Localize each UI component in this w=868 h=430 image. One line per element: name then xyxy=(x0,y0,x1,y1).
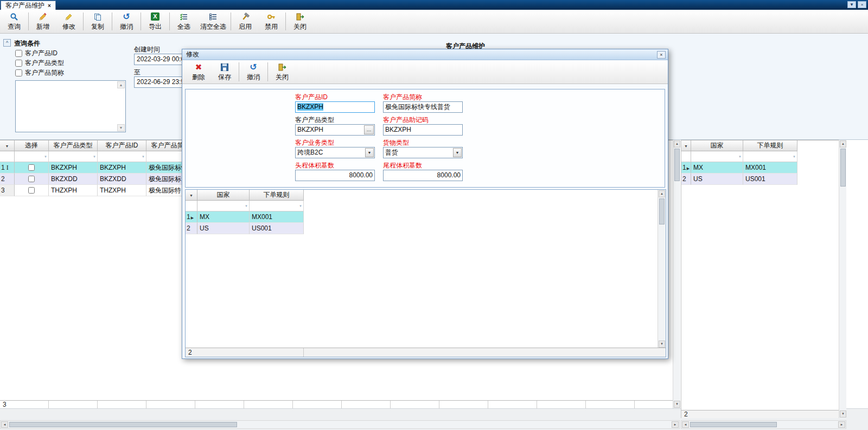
check-product-id[interactable]: 客户产品ID xyxy=(15,49,58,57)
scroll-up-icon[interactable]: ▲ xyxy=(659,190,665,197)
row-country-cell[interactable]: MX xyxy=(691,162,743,174)
close-button[interactable]: 关闭 xyxy=(287,10,313,33)
clear-selection-button[interactable]: 清空全选 xyxy=(197,10,229,33)
row-id-cell[interactable]: BKZXDD xyxy=(98,174,146,185)
tab-close-icon[interactable]: × xyxy=(48,3,51,9)
filter-rule-cell[interactable]: ▼ xyxy=(743,151,797,162)
scroll-thumb[interactable] xyxy=(9,422,237,427)
row-checkbox[interactable] xyxy=(28,187,35,194)
header-indicator-cell[interactable]: ▼ xyxy=(186,190,197,201)
add-button[interactable]: 新增 xyxy=(30,10,56,33)
save-button[interactable]: 保存 xyxy=(212,60,238,84)
scroll-thumb[interactable] xyxy=(840,149,846,187)
left-grid-horizontal-scrollbar[interactable]: ◄ ► xyxy=(0,420,680,429)
row-id-cell[interactable]: THZXPH xyxy=(98,185,146,196)
header-product-id[interactable]: 客户产品ID xyxy=(98,140,146,151)
row-rule-cell[interactable]: MX001 xyxy=(250,211,304,223)
last-leg-volume-input[interactable]: 8000.00 xyxy=(383,170,463,181)
row-checkbox[interactable] xyxy=(28,164,35,171)
delete-button[interactable]: ✖ 删除 xyxy=(186,60,212,84)
scroll-up-icon[interactable]: ▲ xyxy=(674,140,680,147)
table-row[interactable]: 1▶ MX MX001 xyxy=(186,211,666,223)
header-indicator-cell[interactable]: ▼ xyxy=(681,140,691,151)
header-select[interactable]: 选择 xyxy=(15,140,49,151)
scroll-right-icon[interactable]: ► xyxy=(672,421,679,428)
tab-customer-product[interactable]: 客户产品维护 × xyxy=(1,1,56,10)
header-country[interactable]: 国家 xyxy=(691,140,743,151)
check-product-name-box[interactable] xyxy=(15,69,22,76)
row-select-cell[interactable] xyxy=(15,174,49,185)
product-type-input[interactable]: BKZXPH … xyxy=(295,124,375,136)
disable-button[interactable]: 禁用 xyxy=(258,10,284,33)
filter-country-cell[interactable]: ▼ xyxy=(691,151,743,162)
dialog-close-button[interactable]: 关闭 xyxy=(269,60,295,84)
scroll-thumb[interactable] xyxy=(690,422,777,427)
row-country-cell[interactable]: US xyxy=(691,174,743,185)
table-row[interactable]: 2 US US001 xyxy=(681,174,839,185)
header-product-type[interactable]: 客户产品类型 xyxy=(49,140,98,151)
filter-country-cell[interactable]: ▼ xyxy=(197,201,250,211)
row-type-cell[interactable]: BKZXDD xyxy=(49,174,98,185)
select-all-button[interactable]: 全选 xyxy=(171,10,197,33)
check-product-name[interactable]: 客户产品简称 xyxy=(15,68,64,77)
row-id-cell[interactable]: BKZXPH xyxy=(98,162,146,174)
enable-button[interactable]: 启用 xyxy=(232,10,258,33)
left-grid-vertical-scrollbar[interactable]: ▲ ▼ xyxy=(673,140,680,408)
query-value-textarea[interactable]: ▲ ▼ xyxy=(15,80,126,132)
scroll-left-icon[interactable]: ◄ xyxy=(1,421,8,428)
mnemonic-code-input[interactable]: BKZXPH xyxy=(383,124,463,136)
right-grid-horizontal-scrollbar[interactable]: ◄ ► xyxy=(681,420,846,429)
scroll-thumb[interactable] xyxy=(659,198,665,224)
window-close-button[interactable]: × xyxy=(858,1,866,8)
row-rule-cell[interactable]: US001 xyxy=(743,174,797,185)
modify-button[interactable]: 修改 xyxy=(56,10,82,33)
copy-button[interactable]: 复制 xyxy=(85,10,111,33)
check-product-id-box[interactable] xyxy=(15,50,22,57)
cargo-type-select[interactable]: 普货 ▼ xyxy=(383,147,463,158)
row-type-cell[interactable]: THZXPH xyxy=(49,185,98,196)
business-type-select[interactable]: 跨境B2C ▼ xyxy=(295,147,375,158)
row-type-cell[interactable]: BKZXPH xyxy=(49,162,98,174)
scroll-down-icon[interactable]: ▼ xyxy=(840,410,846,418)
dropdown-arrow-icon[interactable]: ▼ xyxy=(453,148,462,157)
filter-type-cell[interactable]: ▼ xyxy=(49,151,98,162)
row-select-cell[interactable] xyxy=(15,162,49,174)
row-rule-cell[interactable]: US001 xyxy=(250,223,304,234)
filter-id-cell[interactable]: ▼ xyxy=(98,151,146,162)
browse-ellipsis-button[interactable]: … xyxy=(364,125,374,134)
header-country[interactable]: 国家 xyxy=(197,190,250,201)
row-country-cell[interactable]: MX xyxy=(197,211,250,223)
scroll-down-icon[interactable]: ▼ xyxy=(117,124,125,131)
dropdown-arrow-icon[interactable]: ▼ xyxy=(365,148,374,157)
query-button[interactable]: 查询 xyxy=(1,10,27,33)
right-grid-vertical-scrollbar[interactable]: ▲ ▼ xyxy=(839,140,846,418)
scroll-up-icon[interactable]: ▲ xyxy=(117,81,125,88)
header-indicator-cell[interactable]: ▼ xyxy=(0,140,15,151)
undo-button[interactable]: ↺ 撤消 xyxy=(113,10,139,33)
table-row[interactable]: 2 US US001 xyxy=(186,223,666,234)
row-country-cell[interactable]: US xyxy=(197,223,250,234)
export-button[interactable]: X 导出 xyxy=(142,10,168,33)
collapse-panel-icon[interactable]: ^ xyxy=(3,39,11,47)
scroll-up-icon[interactable]: ▲ xyxy=(840,140,846,147)
check-product-type[interactable]: 客户产品类型 xyxy=(15,59,64,67)
filter-select-cell[interactable]: ▼ xyxy=(15,151,49,162)
first-leg-volume-input[interactable]: 8000.00 xyxy=(295,170,375,181)
scroll-thumb[interactable] xyxy=(674,149,680,181)
scroll-right-icon[interactable]: ► xyxy=(838,421,845,428)
dialog-undo-button[interactable]: ↺ 撤消 xyxy=(240,60,266,84)
row-select-cell[interactable] xyxy=(15,185,49,196)
dialog-close-icon[interactable]: × xyxy=(657,51,666,59)
scroll-down-icon[interactable]: ▼ xyxy=(674,401,680,408)
dialog-grid-vertical-scrollbar[interactable]: ▲ ▼ xyxy=(658,190,666,348)
header-rule[interactable]: 下单规则 xyxy=(250,190,304,201)
window-minimize-button[interactable]: ▼ xyxy=(847,1,856,8)
row-checkbox[interactable] xyxy=(28,176,35,182)
scroll-down-icon[interactable]: ▼ xyxy=(659,341,665,348)
dialog-title-bar[interactable]: 修改 × xyxy=(182,49,668,60)
filter-rule-cell[interactable]: ▼ xyxy=(250,201,304,211)
product-name-input[interactable]: 极免国际标快专线普货 xyxy=(383,101,463,113)
row-rule-cell[interactable]: MX001 xyxy=(743,162,797,174)
table-row[interactable]: 1▶ MX MX001 xyxy=(681,162,839,174)
check-product-type-box[interactable] xyxy=(15,60,22,67)
